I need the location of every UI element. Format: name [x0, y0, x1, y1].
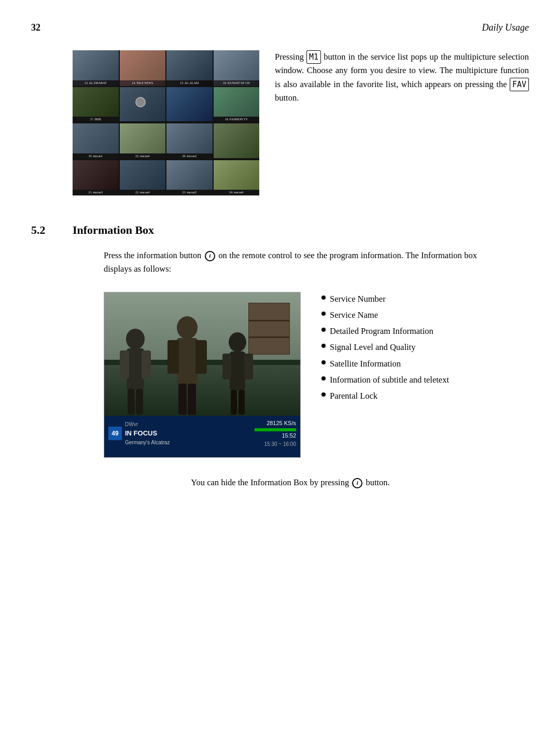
bullet-item-signal: Signal Level and Quality [321, 340, 529, 354]
multi-cell-2: 14. NILE NEWS [120, 50, 166, 86]
tv-time: 15:52 [255, 431, 296, 440]
cell-label-10: 22. macau4 [120, 153, 166, 159]
figure-3-svg [216, 329, 260, 417]
bullet-dot-4 [321, 344, 326, 348]
multi-cell-13: 21. macau3 [73, 160, 119, 196]
bullet-text-6: Information of subtitle and teletext [330, 373, 449, 387]
multipicture-screenshot: 13. AL EMARAT 14. NILE NEWS 15. AL-ALAM … [73, 50, 259, 195]
page-number: 32 [31, 21, 40, 35]
cell-label-9: 19. macau1 [73, 153, 119, 159]
cell-label-16: 24. macau6 [214, 190, 260, 195]
section-intro: Press the information button on the remo… [104, 249, 477, 276]
cell-label-11: 20. mscau2 [166, 153, 213, 159]
info-button-icon [205, 251, 215, 261]
cell-label-4: 16. KUWAIT SP. CH [214, 80, 260, 86]
s51-text-pre: Pressing [275, 52, 306, 62]
cell-label-15: 23. macau5 [166, 190, 213, 195]
multi-cell-6 [120, 87, 166, 123]
bullet-dot-2 [321, 312, 326, 316]
tv-scene [104, 292, 300, 417]
cell-label-6 [120, 121, 166, 122]
cell-label-12 [214, 158, 260, 159]
multi-cell-12 [214, 123, 260, 159]
multi-grid: 13. AL EMARAT 14. NILE NEWS 15. AL-ALAM … [73, 50, 259, 195]
multi-cell-8: 18. FASHION TV [214, 87, 260, 123]
bullet-item-service-number: Service Number [321, 292, 529, 306]
cell-label-14: 22. macau4 [120, 190, 166, 195]
section-51-text: Pressing M1 button in the service list p… [275, 50, 529, 195]
bullet-text-3: Detailed Program Information [330, 324, 433, 338]
bullet-text-1: Service Number [330, 292, 386, 306]
svg-rect-10 [178, 384, 187, 415]
multi-cell-7 [166, 87, 213, 123]
multi-cell-3: 15. AL-ALAM [166, 50, 213, 86]
bullet-item-satellite: Satellite Information [321, 357, 529, 371]
multi-cell-11: 20. mscau2 [166, 123, 213, 159]
cell-label-13: 21. macau3 [73, 190, 119, 195]
figure-2-svg [161, 313, 213, 417]
section-51-container: 13. AL EMARAT 14. NILE NEWS 15. AL-ALAM … [73, 50, 529, 195]
multi-cell-4: 16. KUWAIT SP. CH [214, 50, 260, 86]
svg-rect-15 [244, 354, 253, 379]
m1-key: M1 [306, 50, 321, 64]
cell-label-2: 14. NILE NEWS [120, 80, 166, 86]
svg-rect-14 [222, 354, 231, 379]
svg-rect-1 [127, 348, 144, 390]
tv-ch-info: 49 DWvr IN FOCUS Germany's Alcatraz [108, 420, 170, 446]
multi-cell-16: 24. macau6 [214, 160, 260, 196]
svg-rect-9 [195, 340, 207, 374]
bullet-item-subtitle: Information of subtitle and teletext [321, 373, 529, 387]
svg-rect-7 [177, 338, 198, 385]
svg-rect-13 [230, 351, 245, 390]
svg-rect-16 [231, 390, 237, 415]
bullet-dot-7 [321, 392, 326, 397]
multi-cell-9: 19. macau1 [73, 123, 119, 159]
tv-provider: DWvr [125, 420, 170, 428]
tv-info-bar: 49 DWvr IN FOCUS Germany's Alcatraz 2812… [104, 416, 300, 457]
bullet-item-service-name: Service Name [321, 308, 529, 322]
bullet-item-parental: Parental Lock [321, 389, 529, 403]
svg-rect-3 [142, 350, 151, 379]
cell-label-5: 17. IRIB [73, 117, 119, 122]
svg-rect-4 [128, 389, 135, 415]
tv-channel-number: 49 [108, 427, 122, 440]
tv-prog-time: 15:30 ~ 16:00 [255, 440, 296, 448]
tv-screenshot: 49 DWvr IN FOCUS Germany's Alcatraz 2812… [104, 292, 301, 458]
multi-cell-5: 17. IRIB [73, 87, 119, 123]
footer-text-post: button. [366, 477, 389, 487]
tv-channel-name: IN FOCUS [125, 428, 170, 439]
bullet-text-2: Service Name [330, 308, 378, 322]
tv-ch-details: DWvr IN FOCUS Germany's Alcatraz [125, 420, 170, 446]
bullet-dot-6 [321, 376, 326, 381]
page-container: 32 Daily Usage 13. AL EMARAT 14. NILE NE… [0, 0, 560, 746]
tv-info-row1: 49 DWvr IN FOCUS Germany's Alcatraz 2812… [108, 419, 296, 448]
svg-rect-5 [136, 389, 143, 415]
bullet-dot-5 [321, 360, 326, 364]
bullet-text-7: Parental Lock [330, 389, 377, 403]
svg-rect-8 [167, 340, 179, 374]
cell-label-1: 13. AL EMARAT [73, 80, 119, 86]
footer-text-pre: You can hide the Information Box by pres… [191, 477, 351, 487]
multi-cell-15: 23. macau5 [166, 160, 213, 196]
svg-point-12 [229, 332, 246, 352]
cell-label-8: 18. FASHION TV [214, 117, 260, 122]
section-title: Information Box [73, 221, 154, 238]
multi-cell-1: 13. AL EMARAT [73, 50, 119, 86]
intro-text-pre: Press the information button [104, 250, 204, 260]
bullet-dot-3 [321, 328, 326, 332]
bullet-item-program-info: Detailed Program Information [321, 324, 529, 338]
section-number: 5.2 [31, 221, 62, 238]
section-52-body: 49 DWvr IN FOCUS Germany's Alcatraz 2812… [104, 292, 529, 458]
fav-key: FAV [510, 78, 529, 91]
s51-text-post: button. [275, 93, 299, 103]
page-title-header: Daily Usage [482, 21, 529, 35]
multi-cell-14: 22. macau4 [120, 160, 166, 196]
figure-1-svg [112, 323, 159, 417]
bullet-text-4: Signal Level and Quality [330, 340, 415, 354]
figures-layer [104, 323, 300, 417]
bullet-dot-1 [321, 295, 326, 300]
svg-point-0 [126, 329, 145, 349]
info-button-icon-footer [352, 478, 362, 488]
svg-rect-17 [239, 390, 245, 415]
svg-rect-11 [188, 384, 196, 415]
